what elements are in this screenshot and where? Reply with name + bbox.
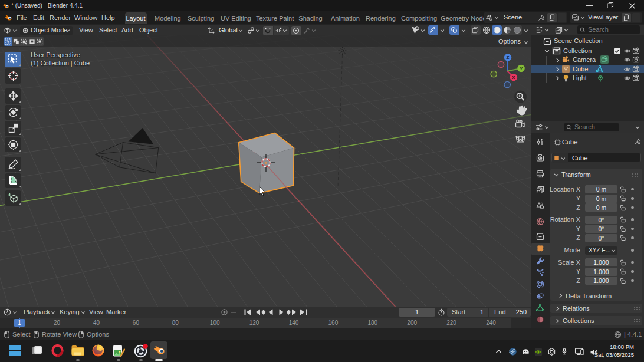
svg-text:Y: Y: [520, 66, 523, 71]
svg-text:Z: Z: [507, 55, 510, 60]
svg-text:X: X: [512, 75, 515, 80]
